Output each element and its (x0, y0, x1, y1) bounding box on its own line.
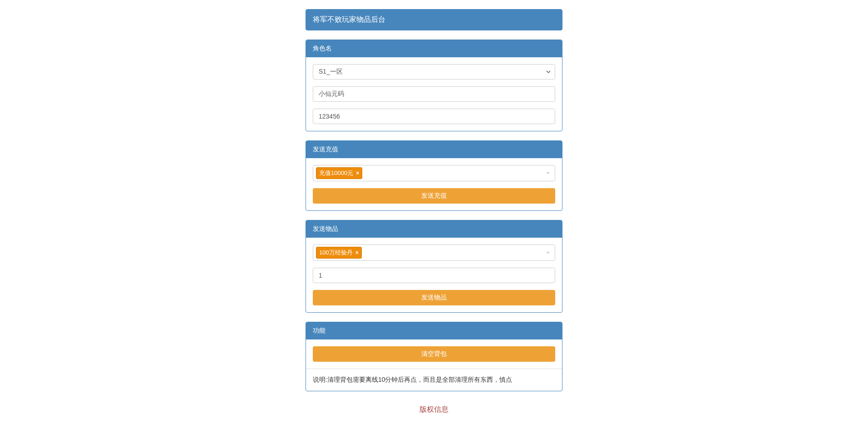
clear-bag-button[interactable]: 清空背包 (313, 346, 555, 362)
item-tag: 100万经验丹 × (316, 247, 362, 259)
footer-copyright: 版权信息 (306, 405, 562, 414)
recharge-panel-title: 发送充值 (306, 141, 562, 158)
items-panel-title: 发送物品 (306, 220, 562, 238)
role-panel: 角色名 S1_一区 (306, 40, 562, 131)
items-panel: 发送物品 100万经验丹 × 发送物品 (306, 220, 562, 313)
recharge-tag-label: 充值10000元 (319, 169, 353, 177)
recharge-panel: 发送充值 充值10000元 × 发送充值 (306, 140, 562, 211)
close-icon[interactable]: × (355, 249, 359, 256)
item-tag-label: 100万经验丹 (319, 249, 353, 257)
chevron-down-icon (546, 249, 552, 256)
server-select-wrapper: S1_一区 (313, 64, 555, 80)
server-select[interactable]: S1_一区 (313, 64, 555, 80)
actions-panel: 功能 清空背包 说明:清理背包需要离线10分钟后再点，而且是全部清理所有东西，慎… (306, 322, 562, 391)
recharge-tag: 充值10000元 × (316, 167, 362, 179)
header-panel: 将军不败玩家物品后台 (306, 9, 562, 30)
password-input[interactable] (313, 109, 555, 124)
help-text: 说明:清理背包需要离线10分钟后再点，而且是全部清理所有东西，慎点 (313, 376, 555, 384)
username-input[interactable] (313, 86, 555, 102)
quantity-input[interactable] (313, 268, 555, 283)
recharge-multiselect[interactable]: 充值10000元 × (313, 165, 555, 181)
page-title: 将军不败玩家物品后台 (306, 10, 562, 30)
items-multiselect[interactable]: 100万经验丹 × (313, 244, 555, 261)
actions-panel-title: 功能 (306, 322, 562, 339)
send-recharge-button[interactable]: 发送充值 (313, 188, 555, 204)
role-panel-title: 角色名 (306, 40, 562, 57)
divider (306, 369, 562, 369)
send-items-button[interactable]: 发送物品 (313, 290, 555, 305)
close-icon[interactable]: × (356, 170, 359, 176)
chevron-down-icon (546, 170, 552, 177)
